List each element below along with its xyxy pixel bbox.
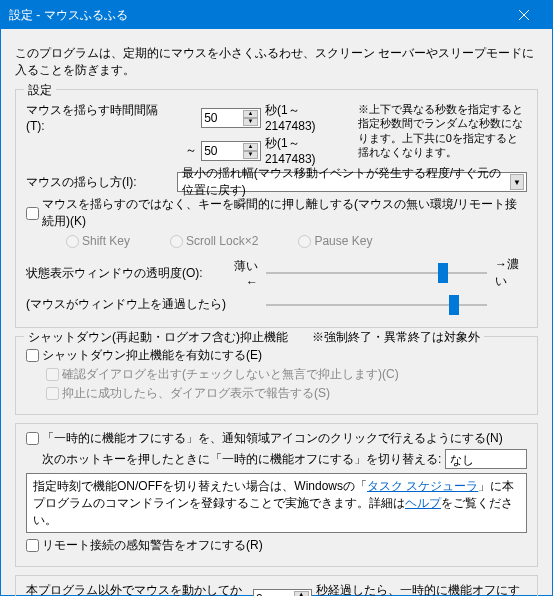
tray-group: 「一時的に機能オフにする」を、通知領域アイコンのクリックで行えるようにする(N)… bbox=[15, 423, 538, 567]
tray-toggle-checkbox[interactable] bbox=[26, 432, 39, 445]
remote-warning-checkbox[interactable] bbox=[26, 539, 39, 552]
swing-label: マウスの揺らし方(I): bbox=[26, 174, 173, 191]
radio-pause bbox=[298, 235, 311, 248]
up-icon[interactable]: ▲ bbox=[294, 591, 309, 596]
opacity-hover-slider[interactable] bbox=[266, 304, 487, 306]
settings-window: 設定 - マウスふるふる このプログラムは、定期的にマウスを小さくふるわせ、スク… bbox=[0, 0, 553, 596]
task-scheduler-link[interactable]: タスク スケジューラ bbox=[367, 479, 478, 493]
press-key-label: マウスを揺らすのではなく、キーを瞬間的に押し離しする(マウスの無い環境/リモート… bbox=[42, 196, 527, 230]
help-link[interactable]: ヘルプ bbox=[405, 496, 441, 510]
interval-to-spinner[interactable]: 50 ▲▼ bbox=[201, 141, 261, 161]
up-icon[interactable]: ▲ bbox=[243, 143, 258, 151]
down-icon[interactable]: ▼ bbox=[243, 151, 258, 159]
hotkey-label: 次のホットキーを押したときに「一時的に機能オフにする」を切り替える: bbox=[42, 451, 441, 468]
settings-group-title: 設定 bbox=[24, 82, 56, 99]
radio-scroll bbox=[170, 235, 183, 248]
chevron-down-icon: ▼ bbox=[510, 174, 524, 190]
tray-toggle-label: 「一時的に機能オフにする」を、通知領域アイコンのクリックで行えるようにする(N) bbox=[42, 430, 503, 447]
opacity-slider[interactable] bbox=[266, 272, 487, 274]
shutdown-enable-label: シャットダウン抑止機能を有効にする(E) bbox=[42, 347, 262, 364]
interval-label: マウスを揺らす時間間隔(T): bbox=[26, 102, 175, 133]
radio-scroll-label: Scroll Lock×2 bbox=[186, 234, 258, 248]
slider-thumb[interactable] bbox=[449, 295, 459, 315]
interval-unit2: 秒(1～2147483) bbox=[265, 135, 350, 166]
thin-label: 薄い← bbox=[226, 258, 258, 289]
opacity-label: 状態表示ウィンドウの透明度(O): bbox=[26, 265, 226, 282]
interval-note: ※上下で異なる秒数を指定すると指定秒数間でランダムな秒数になります。上下共に0を… bbox=[358, 102, 527, 159]
shutdown-report-label: 抑止に成功したら、ダイアログ表示で報告する(S) bbox=[62, 385, 330, 402]
shutdown-confirm-checkbox bbox=[46, 368, 59, 381]
remote-warning-label: リモート接続の感知警告をオフにする(R) bbox=[42, 537, 263, 554]
shutdown-group-title: シャットダウン(再起動・ログオフ含む)抑止機能 ※強制終了・異常終了は対象外 bbox=[24, 329, 484, 346]
swing-value: 最小の揺れ幅(マウス移動イベントが発生する程度/すぐ元の位置に戻す) bbox=[182, 165, 510, 199]
titlebar: 設定 - マウスふるふる bbox=[1, 1, 552, 29]
shutdown-enable-checkbox[interactable] bbox=[26, 349, 39, 362]
close-button[interactable] bbox=[504, 1, 544, 29]
interval-tilde: ～ bbox=[183, 142, 197, 159]
info-pre: 指定時刻で機能ON/OFFを切り替えたい場合は、Windowsの「 bbox=[33, 479, 367, 493]
content-area: このプログラムは、定期的にマウスを小さくふるわせ、スクリーン セーバーやスリープ… bbox=[1, 29, 552, 596]
hotkey-input[interactable]: なし bbox=[445, 449, 527, 469]
press-key-checkbox[interactable] bbox=[26, 207, 39, 220]
down-icon[interactable]: ▼ bbox=[243, 118, 258, 126]
info-box: 指定時刻で機能ON/OFFを切り替えたい場合は、Windowsの「タスク スケジ… bbox=[26, 473, 527, 533]
radio-shift bbox=[66, 235, 79, 248]
thick-label: →濃い bbox=[495, 256, 527, 290]
swing-select[interactable]: 最小の揺れ幅(マウス移動イベントが発生する程度/すぐ元の位置に戻す) ▼ bbox=[177, 172, 527, 192]
radio-shift-label: Shift Key bbox=[82, 234, 130, 248]
radio-pause-label: Pause Key bbox=[314, 234, 372, 248]
interval-unit1: 秒(1～2147483) bbox=[265, 102, 350, 133]
window-title: 設定 - マウスふるふる bbox=[9, 7, 128, 24]
shutdown-report-checkbox bbox=[46, 387, 59, 400]
interval-from-spinner[interactable]: 50 ▲▼ bbox=[201, 108, 261, 128]
interval-from-value: 50 bbox=[204, 111, 217, 125]
shutdown-group: シャットダウン(再起動・ログオフ含む)抑止機能 ※強制終了・異常終了は対象外 シ… bbox=[15, 336, 538, 415]
hotkey-value: なし bbox=[450, 453, 474, 467]
idle-value: 0 bbox=[256, 592, 263, 596]
idle-spinner[interactable]: 0 ▲▼ bbox=[253, 589, 312, 596]
interval-to-value: 50 bbox=[204, 144, 217, 158]
opacity-hover-label: (マウスがウィンドウ上を通過したら) bbox=[26, 296, 226, 313]
idle-suffix: 秒経過したら、一時的に機能オフにする bbox=[316, 582, 527, 596]
idle-group: 本プログラム以外でマウスを動かしてから 0 ▲▼ 秒経過したら、一時的に機能オフ… bbox=[15, 575, 538, 596]
close-icon bbox=[519, 10, 529, 20]
up-icon[interactable]: ▲ bbox=[243, 110, 258, 118]
shutdown-confirm-label: 確認ダイアログを出す(チェックしないと無言で抑止します)(C) bbox=[62, 366, 399, 383]
slider-thumb[interactable] bbox=[438, 263, 448, 283]
program-description: このプログラムは、定期的にマウスを小さくふるわせ、スクリーン セーバーやスリープ… bbox=[15, 45, 538, 79]
idle-prefix: 本プログラム以外でマウスを動かしてから bbox=[26, 582, 249, 596]
settings-group: 設定 マウスを揺らす時間間隔(T): 50 ▲▼ 秒(1～2147483) ～ bbox=[15, 89, 538, 328]
